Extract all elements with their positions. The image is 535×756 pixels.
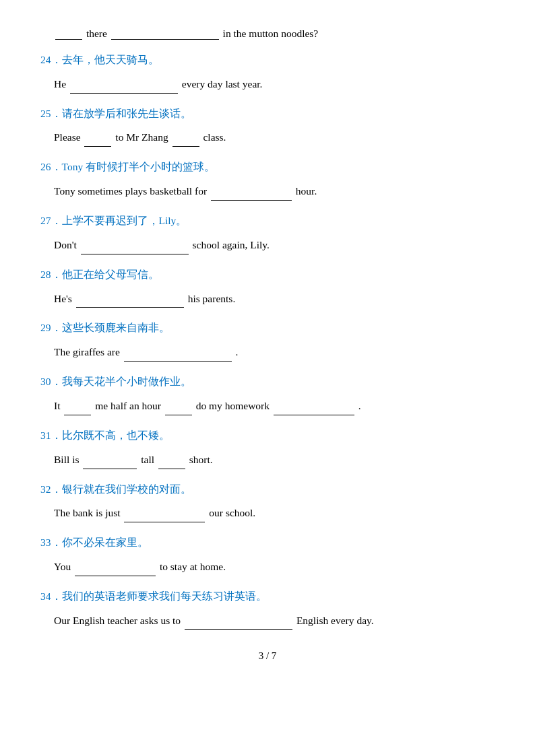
- blank-31-1: [83, 450, 137, 469]
- question-32: 32．银行就在我们学校的对面。 The bank is just our sch…: [40, 481, 495, 523]
- question-26: 26．Tony 有时候打半个小时的篮球。 Tony sometimes play…: [40, 159, 495, 201]
- question-29: 29．这些长颈鹿来自南非。 The giraffes are .: [40, 320, 495, 362]
- blank-30-1: [64, 396, 91, 415]
- blank-30-2: [165, 396, 192, 415]
- question-27-english: Don't school again, Lily.: [40, 235, 495, 254]
- intro-text: there in the mutton noodles?: [54, 28, 318, 39]
- question-30-chinese: 30．我每天花半个小时做作业。: [40, 374, 495, 390]
- question-31-chinese: 31．比尔既不高，也不矮。: [40, 427, 495, 444]
- question-25-chinese: 25．请在放学后和张先生谈话。: [40, 106, 495, 123]
- blank-34: [185, 611, 292, 630]
- question-33: 33．你不必呆在家里。 You to stay at home.: [40, 535, 495, 576]
- question-28-chinese: 28．他正在给父母写信。: [40, 267, 495, 283]
- question-34-chinese: 34．我们的英语老师要求我们每天练习讲英语。: [40, 588, 495, 605]
- question-32-english: The bank is just our school.: [40, 503, 495, 522]
- question-24: 24．去年，他天天骑马。 He every day last year.: [40, 52, 495, 94]
- blank-28: [76, 289, 184, 308]
- question-25: 25．请在放学后和张先生谈话。 Please to Mr Zhang class…: [40, 106, 495, 147]
- question-33-english: You to stay at home.: [40, 557, 495, 576]
- blank-25-2: [172, 127, 199, 147]
- question-34-english: Our English teacher asks us to English e…: [40, 611, 495, 630]
- question-28-english: He's his parents.: [40, 289, 495, 308]
- blank-30-3: [274, 396, 354, 415]
- page-footer: 3 / 7: [40, 650, 495, 662]
- question-31: 31．比尔既不高，也不矮。 Bill is tall short.: [40, 427, 495, 469]
- intro-line: there in the mutton noodles?: [40, 27, 495, 40]
- blank-33: [75, 557, 156, 576]
- blank-29: [124, 342, 232, 362]
- question-31-english: Bill is tall short.: [40, 450, 495, 469]
- blank-27: [81, 235, 189, 254]
- blank-intro-1: [55, 27, 82, 40]
- question-30-english: It me half an hour do my homework .: [40, 396, 495, 415]
- question-24-chinese: 24．去年，他天天骑马。: [40, 52, 495, 69]
- blank-26: [211, 181, 292, 201]
- question-34: 34．我们的英语老师要求我们每天练习讲英语。 Our English teach…: [40, 588, 495, 630]
- question-24-english: He every day last year.: [40, 74, 495, 94]
- blank-32: [124, 503, 205, 522]
- blank-31-2: [158, 450, 185, 469]
- blank-24: [70, 74, 178, 94]
- question-27-chinese: 27．上学不要再迟到了，Lily。: [40, 213, 495, 230]
- page-indicator: 3 / 7: [259, 650, 277, 661]
- question-32-chinese: 32．银行就在我们学校的对面。: [40, 481, 495, 498]
- question-30: 30．我每天花半个小时做作业。 It me half an hour do my…: [40, 374, 495, 415]
- question-27: 27．上学不要再迟到了，Lily。 Don't school again, Li…: [40, 213, 495, 254]
- question-25-english: Please to Mr Zhang class.: [40, 127, 495, 147]
- question-28: 28．他正在给父母写信。 He's his parents.: [40, 267, 495, 308]
- question-26-english: Tony sometimes plays basketball for hour…: [40, 181, 495, 201]
- question-33-chinese: 33．你不必呆在家里。: [40, 535, 495, 551]
- question-29-english: The giraffes are .: [40, 342, 495, 362]
- blank-25-1: [84, 127, 111, 147]
- question-26-chinese: 26．Tony 有时候打半个小时的篮球。: [40, 159, 495, 176]
- blank-intro-2: [111, 27, 219, 40]
- question-29-chinese: 29．这些长颈鹿来自南非。: [40, 320, 495, 337]
